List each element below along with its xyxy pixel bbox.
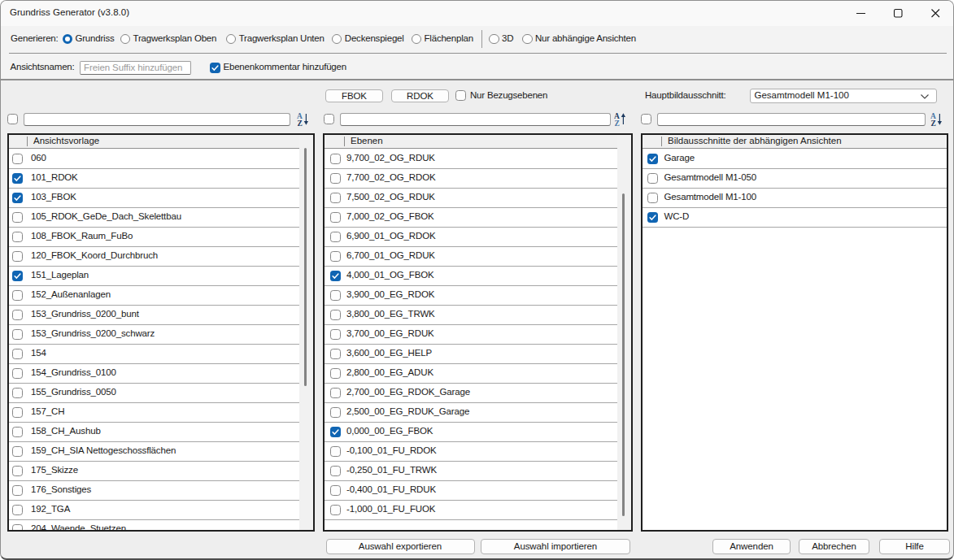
svg-text:Z: Z [614,119,619,126]
svg-text:Z: Z [930,119,935,126]
svg-text:Z: Z [297,119,302,126]
